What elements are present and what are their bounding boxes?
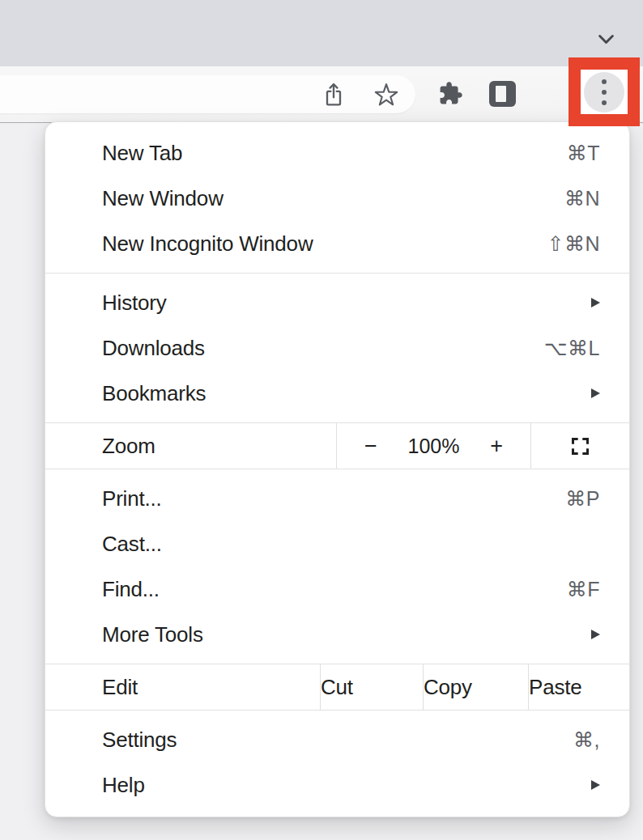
browser-menu-button[interactable] bbox=[584, 72, 624, 112]
menu-item-label: Bookmarks bbox=[102, 381, 591, 406]
shortcut-hint: ⌘T bbox=[567, 142, 600, 165]
submenu-arrow-icon bbox=[591, 298, 600, 308]
menu-item-label: New Window bbox=[102, 186, 564, 211]
bookmark-button[interactable] bbox=[373, 81, 400, 108]
shortcut-hint: ⌘N bbox=[564, 187, 600, 210]
menu-section-actions: Print... ⌘P Cast... Find... ⌘F More Tool… bbox=[45, 469, 629, 664]
menu-item-find[interactable]: Find... ⌘F bbox=[45, 566, 629, 612]
shortcut-hint: ⌥⌘L bbox=[544, 337, 600, 360]
menu-item-label: Help bbox=[102, 773, 591, 798]
cut-label: Cut bbox=[321, 675, 423, 700]
menu-item-label: Downloads bbox=[102, 336, 544, 361]
browser-app-menu: New Tab ⌘T New Window ⌘N New Incognito W… bbox=[45, 121, 630, 817]
fullscreen-icon bbox=[569, 435, 591, 457]
menu-section-tabs: New Tab ⌘T New Window ⌘N New Incognito W… bbox=[45, 122, 629, 273]
share-icon bbox=[322, 82, 346, 108]
bookmark-star-icon bbox=[373, 82, 399, 108]
shortcut-hint: ⌘F bbox=[567, 578, 600, 601]
shortcut-hint: ⇧⌘N bbox=[547, 232, 600, 256]
menu-item-label: New Tab bbox=[102, 141, 567, 166]
shortcut-hint: ⌘P bbox=[565, 487, 600, 511]
menu-section-settings: Settings ⌘, Help bbox=[45, 711, 629, 817]
menu-item-downloads[interactable]: Downloads ⌥⌘L bbox=[45, 325, 629, 371]
copy-label: Copy bbox=[424, 675, 528, 700]
menu-item-print[interactable]: Print... ⌘P bbox=[45, 476, 629, 521]
menu-item-label: Settings bbox=[102, 728, 573, 753]
menu-kebab-icon bbox=[602, 79, 607, 84]
menu-item-new-tab[interactable]: New Tab ⌘T bbox=[45, 130, 629, 176]
menu-item-cast[interactable]: Cast... bbox=[45, 521, 629, 566]
submenu-arrow-icon bbox=[591, 630, 600, 639]
tab-strip bbox=[0, 0, 643, 66]
zoom-controls: − 100% + bbox=[337, 423, 531, 469]
menu-section-library: History Downloads ⌥⌘L Bookmarks bbox=[45, 274, 629, 422]
paste-button[interactable]: Paste bbox=[529, 664, 629, 710]
menu-item-new-window[interactable]: New Window ⌘N bbox=[45, 176, 629, 221]
tab-overflow-chevron-button[interactable] bbox=[594, 27, 618, 51]
address-bar[interactable] bbox=[0, 75, 415, 113]
zoom-level-value: 100% bbox=[408, 435, 460, 458]
menu-item-history[interactable]: History bbox=[45, 280, 629, 325]
zoom-label-cell: Zoom bbox=[45, 423, 337, 469]
menu-item-label: Print... bbox=[102, 486, 565, 511]
browser-toolbar bbox=[0, 66, 643, 123]
zoom-out-button[interactable]: − bbox=[364, 435, 377, 457]
menu-item-label: New Incognito Window bbox=[102, 231, 547, 257]
menu-item-label: History bbox=[102, 291, 591, 316]
menu-item-label: Find... bbox=[102, 577, 567, 602]
menu-item-new-incognito-window[interactable]: New Incognito Window ⇧⌘N bbox=[45, 221, 629, 266]
red-highlight-box bbox=[568, 57, 640, 126]
fullscreen-button[interactable] bbox=[531, 423, 629, 469]
menu-item-more-tools[interactable]: More Tools bbox=[45, 612, 629, 657]
submenu-arrow-icon bbox=[591, 780, 600, 790]
menu-item-label: Cast... bbox=[102, 532, 600, 557]
edit-label: Edit bbox=[102, 675, 320, 700]
copy-button[interactable]: Copy bbox=[424, 664, 529, 710]
menu-item-settings[interactable]: Settings ⌘, bbox=[45, 717, 629, 762]
shortcut-hint: ⌘, bbox=[573, 728, 600, 752]
share-button[interactable] bbox=[321, 81, 347, 108]
cut-button[interactable]: Cut bbox=[321, 664, 424, 710]
menu-item-label: More Tools bbox=[102, 622, 591, 647]
edit-label-cell: Edit bbox=[45, 664, 321, 710]
chevron-down-icon bbox=[595, 28, 617, 50]
submenu-arrow-icon bbox=[591, 388, 600, 398]
edit-row: Edit Cut Copy Paste bbox=[45, 664, 629, 710]
paste-label: Paste bbox=[529, 675, 629, 700]
side-panel-button[interactable] bbox=[489, 81, 516, 107]
zoom-label: Zoom bbox=[102, 434, 336, 459]
zoom-in-button[interactable]: + bbox=[490, 435, 503, 457]
menu-item-bookmarks[interactable]: Bookmarks bbox=[45, 371, 629, 416]
menu-item-help[interactable]: Help bbox=[45, 762, 629, 808]
extensions-button[interactable] bbox=[437, 79, 463, 107]
zoom-row: Zoom − 100% + bbox=[45, 423, 629, 469]
extensions-puzzle-icon bbox=[438, 81, 463, 106]
side-panel-icon bbox=[489, 81, 516, 107]
